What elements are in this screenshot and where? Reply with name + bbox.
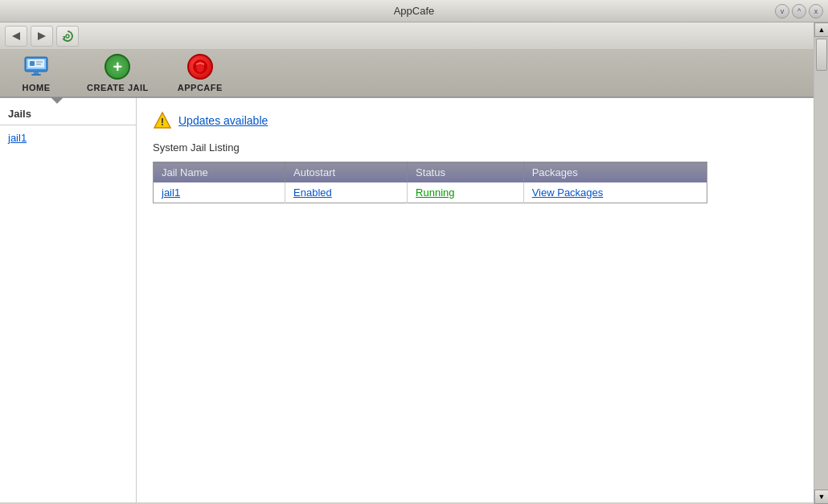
scrollbar-up-button[interactable]: ▲ xyxy=(814,23,828,37)
svg-marker-1 xyxy=(38,32,46,40)
nav-create-jail[interactable]: + CREATE JAIL xyxy=(72,50,163,96)
refresh-button[interactable] xyxy=(56,26,79,47)
toolbar xyxy=(0,23,828,50)
back-button[interactable] xyxy=(5,26,27,47)
table-row: jail1EnabledRunningView Packages xyxy=(154,182,707,203)
packages-cell[interactable]: View Packages xyxy=(523,182,707,203)
add-circle-icon: + xyxy=(105,54,130,80)
nav-active-arrow xyxy=(51,97,64,104)
scrollbar: ▲ ▼ xyxy=(814,23,828,504)
refresh-icon xyxy=(61,30,74,43)
svg-text:!: ! xyxy=(161,116,164,128)
autostart-cell[interactable]: Enabled xyxy=(285,182,408,203)
content-area: ! Updates available System Jail Listing … xyxy=(137,98,828,502)
warning-icon: ! xyxy=(153,111,172,130)
svg-marker-0 xyxy=(12,32,20,40)
home-icon xyxy=(23,54,49,80)
close-button[interactable]: x xyxy=(809,4,823,18)
section-title: System Jail Listing xyxy=(153,141,812,154)
scrollbar-down-button[interactable]: ▼ xyxy=(814,490,828,504)
jail-name-cell[interactable]: jail1 xyxy=(154,182,285,203)
back-icon xyxy=(10,31,22,42)
maximize-button[interactable]: ^ xyxy=(792,4,806,18)
svg-rect-12 xyxy=(36,64,41,65)
nav-home[interactable]: HOME xyxy=(0,50,72,96)
appcafe-logo-icon xyxy=(187,54,213,80)
scrollbar-track xyxy=(814,37,828,490)
nav-home-label: HOME xyxy=(23,83,51,92)
col-status: Status xyxy=(408,162,524,183)
nav-appcafe[interactable]: APPCAFE xyxy=(163,50,237,96)
col-jail-name: Jail Name xyxy=(154,162,285,183)
svg-point-3 xyxy=(66,35,69,38)
svg-rect-14 xyxy=(31,74,41,76)
updates-link[interactable]: Updates available xyxy=(178,114,268,127)
status-cell[interactable]: Running xyxy=(408,182,524,203)
scrollbar-thumb[interactable] xyxy=(816,39,827,71)
main-container: Jails jail1 ! Updates available System J… xyxy=(0,98,828,502)
titlebar: AppCafe v ^ x xyxy=(0,0,828,23)
navbar: HOME + CREATE JAIL APPCAFE xyxy=(0,50,828,98)
sidebar-item-jail1[interactable]: jail1 xyxy=(0,129,136,147)
appcafe-icon-wrapper xyxy=(187,54,213,80)
nav-appcafe-label: APPCAFE xyxy=(178,83,223,92)
add-jail-icon: + xyxy=(105,54,130,80)
col-autostart: Autostart xyxy=(285,162,408,183)
sidebar-heading: Jails xyxy=(0,104,136,125)
updates-bar: ! Updates available xyxy=(153,111,812,130)
titlebar-controls: v ^ x xyxy=(775,4,823,18)
svg-rect-13 xyxy=(34,72,39,74)
svg-rect-10 xyxy=(30,61,35,66)
svg-rect-11 xyxy=(36,61,43,63)
jail-table: Jail Name Autostart Status Packages jail… xyxy=(153,162,707,203)
titlebar-title: AppCafe xyxy=(394,5,435,17)
minimize-button[interactable]: v xyxy=(775,4,789,18)
sidebar: Jails jail1 xyxy=(0,98,137,502)
table-header-row: Jail Name Autostart Status Packages xyxy=(154,162,707,183)
forward-icon xyxy=(36,31,47,42)
nav-create-jail-label: CREATE JAIL xyxy=(87,83,149,92)
forward-button[interactable] xyxy=(31,26,53,47)
col-packages: Packages xyxy=(523,162,707,183)
